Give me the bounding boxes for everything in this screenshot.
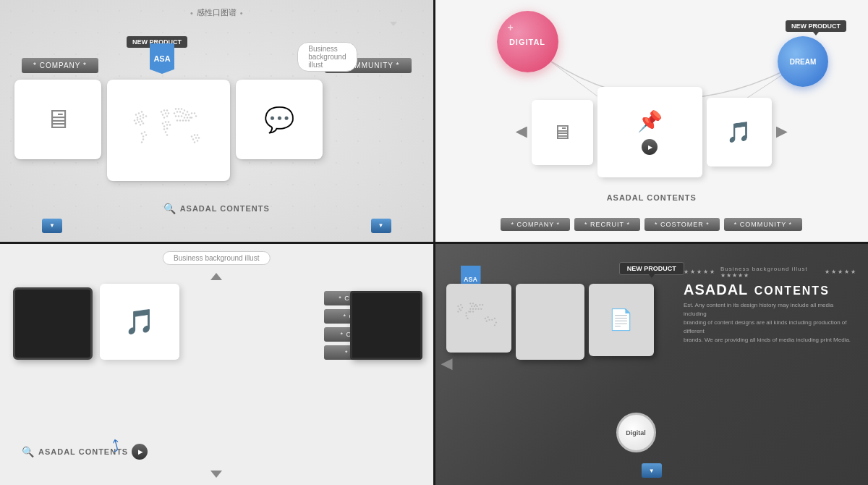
svg-point-107 — [467, 317, 468, 319]
svg-point-68 — [197, 134, 198, 135]
q2-left-arrow[interactable] — [516, 127, 527, 138]
q4-biz-label: Business background illust ★★★★★ — [720, 266, 820, 279]
svg-point-2 — [141, 111, 142, 112]
svg-point-84 — [460, 309, 461, 311]
q3-music-icon: 🎵 — [124, 307, 155, 336]
q2-new-product-badge: NEW PRODUCT — [786, 20, 846, 32]
svg-point-40 — [175, 108, 176, 109]
q4-digital-circle: Digital — [616, 413, 656, 452]
svg-point-19 — [145, 134, 147, 135]
svg-point-52 — [194, 112, 195, 114]
q1-asadal-label: ASADAL CONTENTS — [180, 204, 270, 213]
q1-down-arrow-right[interactable] — [371, 219, 391, 233]
svg-point-70 — [195, 137, 197, 138]
q4-stars-line: ★★★★★ Business background illust ★★★★★ ★… — [684, 266, 857, 279]
svg-point-49 — [185, 114, 187, 115]
svg-point-95 — [475, 308, 477, 309]
svg-point-80 — [460, 304, 461, 305]
svg-point-57 — [187, 117, 188, 118]
svg-point-94 — [472, 308, 474, 309]
svg-point-22 — [161, 111, 162, 112]
svg-point-65 — [195, 115, 197, 117]
svg-point-18 — [142, 135, 144, 137]
q1-worldmap-svg — [122, 100, 216, 161]
svg-point-55 — [181, 115, 182, 117]
q1-cards-row: 🖥 — [14, 80, 419, 181]
svg-point-105 — [468, 311, 469, 312]
quadrant-bottom-left: Business background illust 🎵 * COMMUNITY… — [0, 244, 433, 486]
q2-right-arrow[interactable] — [776, 127, 788, 138]
q4-card-worldmap — [446, 284, 511, 353]
svg-point-93 — [469, 308, 471, 309]
svg-point-103 — [488, 319, 490, 320]
svg-point-44 — [187, 111, 188, 112]
svg-point-81 — [459, 308, 460, 309]
chat-icon: 💬 — [264, 105, 294, 134]
q1-title: 感性口图谱 — [190, 7, 243, 18]
q2-play-button[interactable] — [642, 139, 658, 155]
q1-down-arrow-left[interactable] — [42, 219, 62, 233]
q4-card-doc: 📄 — [589, 284, 654, 356]
svg-point-43 — [184, 109, 185, 111]
q2-asadal-text: ASADAL CONTENTS — [607, 193, 697, 202]
svg-point-100 — [485, 317, 486, 319]
q4-cards-row: 📄 — [446, 284, 654, 360]
q1-card-chat: 💬 — [236, 80, 323, 159]
q4-doc-icon: 📄 — [608, 308, 634, 332]
svg-point-110 — [495, 321, 497, 323]
svg-point-9 — [142, 117, 144, 118]
svg-point-5 — [142, 114, 144, 115]
svg-point-83 — [457, 311, 459, 312]
svg-point-67 — [194, 134, 195, 135]
svg-point-16 — [141, 132, 142, 134]
svg-point-42 — [181, 108, 182, 109]
svg-point-85 — [469, 303, 471, 304]
q1-company-btn[interactable]: * COMPANY * — [22, 58, 98, 73]
svg-point-91 — [479, 304, 480, 305]
svg-point-26 — [165, 112, 166, 114]
q2-blue-bubble: DREAM — [778, 36, 828, 87]
svg-point-41 — [178, 108, 179, 109]
q2-card-music: 🎵 — [707, 98, 772, 166]
q4-text-block: ★★★★★ Business background illust ★★★★★ ★… — [684, 266, 857, 345]
quadrant-bottom-right: NEW PRODUCT ASA — [435, 244, 869, 486]
svg-point-63 — [188, 119, 190, 121]
q4-worldmap-svg — [451, 298, 506, 338]
svg-point-106 — [466, 315, 467, 316]
q4-stars: ★★★★★ — [684, 269, 716, 275]
q3-up-arrow — [210, 273, 222, 280]
svg-point-51 — [191, 112, 192, 114]
quadrant-top-right: DIGITAL NEW PRODUCT DREAM 🖥 📌 🎵 ASADAL C… — [435, 0, 869, 242]
svg-point-3 — [137, 117, 138, 118]
svg-point-69 — [192, 138, 194, 140]
q4-card-blank — [516, 284, 584, 360]
q3-card-music: 🎵 — [100, 284, 179, 360]
q2-music-icon: 🎵 — [726, 120, 752, 144]
svg-point-8 — [140, 118, 141, 119]
q2-customer-btn[interactable]: * COSTOMER * — [644, 218, 720, 231]
q2-pink-bubble: DIGITAL — [497, 11, 558, 72]
q3-play-button[interactable] — [132, 444, 148, 460]
svg-point-50 — [188, 114, 190, 115]
svg-point-31 — [165, 121, 166, 122]
svg-point-101 — [488, 316, 489, 317]
q3-down-arrow — [210, 471, 222, 478]
svg-point-7 — [137, 119, 138, 120]
q2-community-btn[interactable]: * COMMUNITY * — [724, 218, 802, 231]
q4-down-arrow-btn[interactable]: ▼ — [642, 463, 662, 478]
svg-point-12 — [138, 121, 140, 122]
svg-point-90 — [477, 305, 478, 306]
svg-point-89 — [474, 305, 475, 306]
svg-point-32 — [168, 121, 169, 122]
svg-point-34 — [166, 124, 168, 125]
q4-desc-1: Est. Any content in its design history m… — [684, 301, 857, 319]
svg-point-64 — [191, 117, 192, 118]
svg-point-47 — [179, 111, 181, 112]
svg-point-88 — [471, 305, 472, 306]
q1-biz-pill-arrow — [390, 22, 397, 26]
svg-point-27 — [168, 112, 169, 114]
q2-recruit-btn[interactable]: * RECRUIT * — [574, 218, 640, 231]
q3-card-tv-right — [350, 291, 422, 360]
q1-ribbon: ASA — [150, 43, 174, 74]
q2-company-btn[interactable]: * COMPANY * — [501, 218, 570, 231]
